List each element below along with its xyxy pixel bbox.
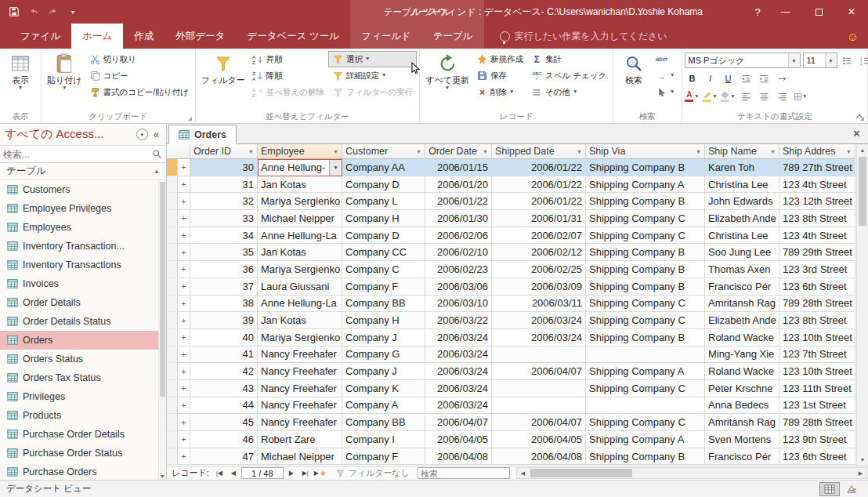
italic-button[interactable]: I <box>703 71 718 86</box>
record-selector[interactable] <box>167 296 178 313</box>
cell-ship-via[interactable]: Shipping Company C <box>586 414 705 431</box>
cell-ship-name[interactable]: Elizabeth Ande <box>705 210 779 227</box>
expand-record-button[interactable]: + <box>178 261 190 278</box>
cell-employee[interactable]: Nancy Freehafer <box>258 414 342 431</box>
indent-decrease-button[interactable] <box>739 71 754 86</box>
cell-ship-name[interactable]: Peter Krschne <box>705 380 779 397</box>
vertical-scrollbar-thumb[interactable] <box>859 157 866 226</box>
cell-order-date[interactable]: 2006/01/30 <box>425 210 492 227</box>
cell-order-date[interactable]: 2006/03/10 <box>425 296 492 313</box>
design-view-button[interactable] <box>841 482 862 496</box>
numbered-list-button[interactable]: 123 <box>858 53 868 68</box>
minimize-button[interactable]: — <box>769 0 802 24</box>
align-center-button[interactable] <box>757 89 772 104</box>
cell-employee[interactable]: Nancy Freehafer <box>258 380 342 397</box>
cell-ship-via[interactable]: Shipping Company C <box>586 312 705 329</box>
cell-shipped-date[interactable]: 2006/01/22 <box>492 176 586 194</box>
ribbon-tab-テーブル[interactable]: テーブル <box>422 24 484 49</box>
cell-customer[interactable]: Company F <box>342 448 425 466</box>
tables-section-header[interactable]: テーブル ▲ <box>0 163 166 180</box>
expand-record-button[interactable]: + <box>178 159 190 176</box>
column-dropdown-icon[interactable]: ▼ <box>481 149 488 154</box>
cell-order-date[interactable]: 2006/03/24 <box>425 397 492 415</box>
cell-shipped-date[interactable]: 2006/02/25 <box>492 261 586 278</box>
table-row-36[interactable]: +36Mariya SergienkoCompany C2006/02/2320… <box>167 261 856 278</box>
cell-ship-addres[interactable]: 123 1st Street <box>779 397 855 415</box>
ribbon-tab-ホーム[interactable]: ホーム <box>71 24 123 49</box>
cell-ship-addres[interactable]: 123 10th Street <box>779 329 855 346</box>
column-dropdown-icon[interactable]: ▼ <box>575 149 582 154</box>
cell-shipped-date[interactable]: 2006/01/22 <box>492 159 586 176</box>
expand-record-button[interactable]: + <box>178 414 190 431</box>
customize-quick-access-icon[interactable]: ▼ <box>67 5 79 18</box>
goto-button[interactable]: → ▼ <box>652 67 678 84</box>
filter-button[interactable]: フィルター <box>198 49 248 85</box>
cell-employee[interactable]: Michael Neipper <box>258 210 342 227</box>
cell-ship-via[interactable]: Shipping Company B <box>586 244 705 261</box>
cell-order-id[interactable]: 37 <box>190 278 258 296</box>
column-header-ship-via[interactable]: Ship Via▼ <box>586 144 705 159</box>
sidebar-item-inventory-transaction[interactable]: Inventory Transaction... <box>0 237 166 256</box>
cell-ship-addres[interactable]: 789 29th Street <box>779 244 855 261</box>
cell-employee[interactable]: Jan Kotas <box>258 244 342 261</box>
cell-order-id[interactable]: 36 <box>190 261 258 278</box>
redo-icon[interactable] <box>47 5 60 18</box>
cell-shipped-date[interactable]: 2006/03/24 <box>492 312 586 329</box>
table-row-30[interactable]: +30Anne Hellung-▼Company AA2006/01/15200… <box>167 159 856 176</box>
cell-order-id[interactable]: 44 <box>190 397 258 415</box>
cell-ship-via[interactable]: Shipping Company C <box>586 227 705 245</box>
cell-order-date[interactable]: 2006/04/08 <box>425 448 492 466</box>
next-record-button[interactable]: ▶ <box>285 467 298 479</box>
refresh-all-button[interactable]: すべて更新 ▼ <box>422 49 472 92</box>
cell-order-date[interactable]: 2006/04/07 <box>425 414 492 431</box>
ribbon-tab-外部データ[interactable]: 外部データ <box>165 24 236 49</box>
cell-ship-via[interactable]: Shipping Company C <box>586 296 705 313</box>
cell-ship-name[interactable]: Roland Wacke <box>705 363 779 380</box>
cell-ship-name[interactable]: Karen Toh <box>705 159 779 176</box>
cell-order-id[interactable]: 38 <box>190 296 258 313</box>
cell-shipped-date[interactable] <box>492 380 586 397</box>
table-row-42[interactable]: +42Nancy FreehaferCompany J2006/03/24200… <box>167 363 856 380</box>
cell-order-date[interactable]: 2006/03/22 <box>425 312 492 329</box>
expand-record-button[interactable]: + <box>178 227 190 245</box>
last-record-button[interactable]: ▶| <box>299 467 312 479</box>
new-blank-record-button[interactable]: ▶∗ <box>313 467 327 479</box>
sidebar-scrollbar[interactable]: ▼ <box>158 181 166 480</box>
horizontal-scrollbar-thumb[interactable] <box>530 469 632 477</box>
table-row-46[interactable]: +46Robert ZareCompany I2006/04/052006/04… <box>167 431 856 448</box>
toggle-filter-button[interactable]: フィルターの実行 <box>328 84 417 100</box>
cell-ship-name[interactable]: Christina Lee <box>705 176 779 194</box>
record-search-input[interactable] <box>418 467 510 479</box>
scroll-left-icon[interactable]: ◀ <box>517 468 529 478</box>
record-selector[interactable] <box>167 210 178 227</box>
underline-button[interactable]: U <box>721 71 736 86</box>
cell-ship-addres[interactable]: 123 12th Street <box>779 193 855 210</box>
cell-order-id[interactable]: 39 <box>190 312 258 329</box>
sidebar-item-orders-tax-status[interactable]: Orders Tax Status <box>0 368 166 387</box>
expand-record-button[interactable]: + <box>178 329 190 346</box>
cell-ship-via[interactable]: Shipping Company A <box>586 176 705 194</box>
navigation-pane-title[interactable]: すべての Access... <box>5 127 133 142</box>
table-row-41[interactable]: +41Nancy FreehaferCompany G2006/03/24Min… <box>167 346 856 364</box>
cell-order-id[interactable]: 40 <box>190 329 258 346</box>
cell-order-date[interactable]: 2006/03/24 <box>425 346 492 364</box>
new-record-button[interactable]: 新規作成 <box>472 51 527 67</box>
cell-employee[interactable]: Mariya Sergienko <box>258 329 342 346</box>
close-button[interactable]: ✕ <box>835 0 868 24</box>
maximize-button[interactable] <box>802 0 835 24</box>
cell-ship-via[interactable]: Shipping Company B <box>586 193 705 210</box>
sidebar-item-privileges[interactable]: Privileges <box>0 387 166 406</box>
cell-ship-name[interactable]: Anna Bedecs <box>705 397 779 415</box>
gridlines-button[interactable]: ▼ <box>793 89 808 104</box>
cell-ship-addres[interactable]: 789 27th Street <box>779 159 855 176</box>
cell-employee[interactable]: Laura Giussani <box>258 278 342 296</box>
cell-order-id[interactable]: 35 <box>190 244 258 261</box>
record-selector[interactable] <box>167 363 178 380</box>
font-size-combo[interactable]: 11 ▼ <box>803 53 837 68</box>
table-row-40[interactable]: +40Mariya SergienkoCompany J2006/03/2420… <box>167 329 856 346</box>
spelling-button[interactable]: ABC✓ スペル チェック <box>527 67 610 84</box>
navigation-search-box[interactable] <box>0 145 166 163</box>
cell-customer[interactable]: Company G <box>342 346 425 364</box>
column-dropdown-icon[interactable]: ▼ <box>331 149 338 154</box>
previous-record-button[interactable]: ◀ <box>227 467 240 479</box>
